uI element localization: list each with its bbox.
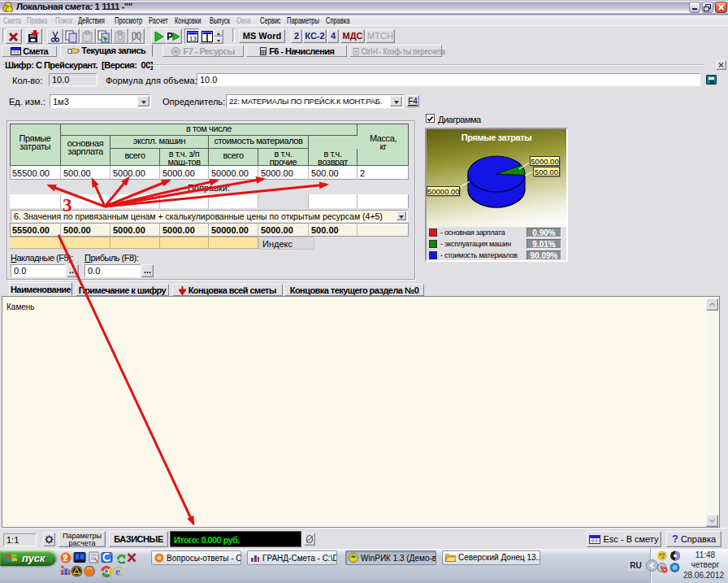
svg-text:P: P [167, 31, 173, 42]
svg-text:2: 2 [63, 554, 68, 563]
svg-text:13: 13 [189, 35, 197, 42]
svg-text:Прямые затраты: Прямые затраты [462, 133, 531, 142]
